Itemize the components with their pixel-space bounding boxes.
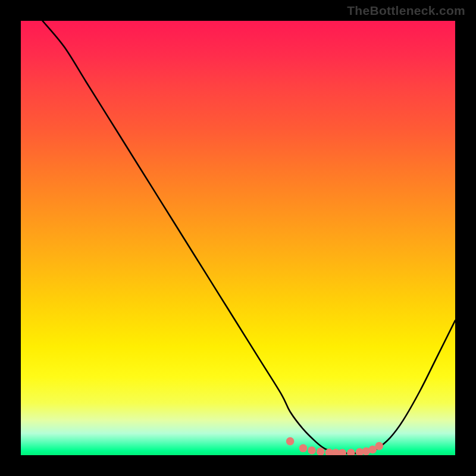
highlight-dots <box>286 437 383 455</box>
highlight-dot <box>375 442 383 450</box>
highlight-dot <box>286 437 295 446</box>
plot-area <box>21 21 455 455</box>
highlight-dot <box>338 449 346 455</box>
highlight-dot <box>299 444 308 453</box>
watermark-text: TheBottleneck.com <box>347 4 465 18</box>
highlight-dot <box>317 447 325 455</box>
chart-frame: TheBottleneck.com <box>0 0 476 476</box>
curve-layer <box>21 21 455 455</box>
highlight-dot <box>347 449 355 455</box>
highlight-dot <box>308 446 316 455</box>
bottleneck-curve <box>43 21 456 453</box>
